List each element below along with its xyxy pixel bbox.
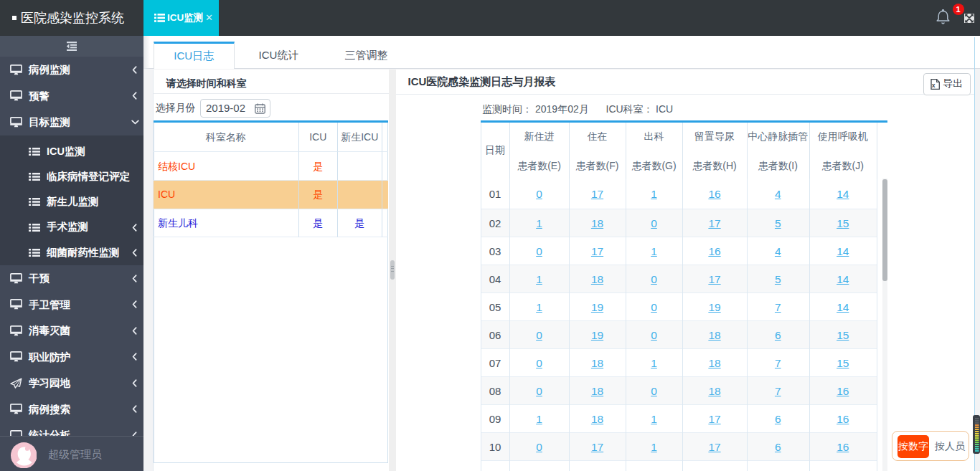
svg-text:x: x bbox=[932, 81, 936, 88]
